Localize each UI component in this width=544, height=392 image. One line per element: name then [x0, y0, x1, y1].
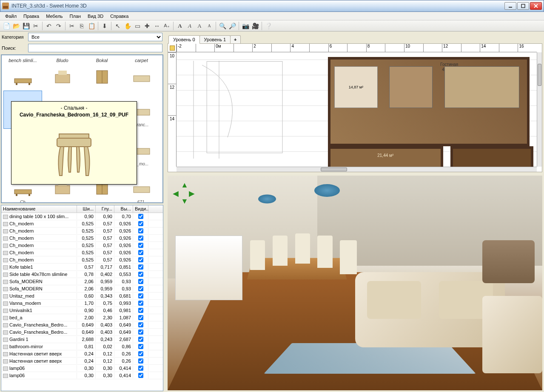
- table-row[interactable]: Ch_modern0,5250,570,926: [1, 220, 163, 227]
- help-icon[interactable]: ❔: [264, 21, 273, 31]
- pan-tool-icon[interactable]: ✋: [123, 21, 132, 31]
- italic-icon[interactable]: A: [185, 21, 194, 31]
- furniture-table-body[interactable]: dining table 100 x 100 slim...0,900,900,…: [1, 213, 163, 391]
- visible-checkbox[interactable]: [138, 315, 143, 320]
- category-dropdown[interactable]: Все: [28, 33, 162, 41]
- nav-down-icon[interactable]: ▼: [181, 197, 188, 205]
- new-file-icon[interactable]: 📄: [2, 21, 11, 31]
- plan-rug-1[interactable]: [389, 66, 433, 108]
- col-visible[interactable]: Види...: [133, 205, 148, 213]
- create-rooms-icon[interactable]: ✚: [142, 21, 152, 31]
- menu-edit[interactable]: Правка: [20, 13, 43, 20]
- tab-add-level[interactable]: +: [230, 35, 240, 43]
- select-tool-icon[interactable]: ↖: [113, 21, 122, 31]
- visible-checkbox[interactable]: [138, 330, 143, 335]
- table-row[interactable]: Kofe table10,570,7170,851: [1, 264, 163, 271]
- search-input[interactable]: [28, 44, 162, 52]
- nav-right-icon[interactable]: ▶: [189, 189, 197, 196]
- minimize-button[interactable]: [504, 2, 516, 10]
- visible-checkbox[interactable]: [138, 250, 143, 255]
- table-row[interactable]: Настенная светит вверх0,240,120,26: [1, 358, 163, 365]
- visible-checkbox[interactable]: [138, 279, 143, 284]
- text-plus-icon[interactable]: A₊: [162, 21, 171, 31]
- visible-checkbox[interactable]: [138, 228, 143, 233]
- visible-checkbox[interactable]: [138, 322, 143, 327]
- maximize-button[interactable]: [517, 2, 529, 10]
- tab-level-1[interactable]: Уровень 1: [199, 35, 231, 43]
- table-row[interactable]: Umivalnik10,900,460,981: [1, 307, 163, 314]
- furniture-table-header[interactable]: Наименование Ши... Глу... Вы... Види...: [1, 205, 163, 213]
- catalog-item[interactable]: bench slimli...: [3, 57, 42, 90]
- catalog-item[interactable]: Bludo: [43, 57, 82, 90]
- table-row[interactable]: Vanna_modern1,700,750,993: [1, 300, 163, 307]
- open-file-icon[interactable]: 📂: [11, 21, 21, 31]
- floorplan-canvas[interactable]: Гостиная 42,04 м² 14,87 м² 21,44 м² 8,57…: [177, 52, 537, 167]
- visible-checkbox[interactable]: [138, 214, 143, 219]
- copy-icon[interactable]: ⎘: [77, 21, 86, 31]
- undo-icon[interactable]: ↶: [44, 21, 54, 31]
- nav-up-icon[interactable]: ▲: [181, 181, 188, 188]
- table-row[interactable]: Side table 40x78cm slimline0,780,4020,55…: [1, 271, 163, 278]
- close-button[interactable]: [530, 2, 542, 10]
- dimension-icon[interactable]: ↔: [152, 21, 162, 31]
- visible-checkbox[interactable]: [138, 308, 143, 313]
- table-row[interactable]: Sofa_MODERN2,060,9590,93: [1, 285, 163, 293]
- table-row[interactable]: Настенная светит вверх0,240,120,26: [1, 350, 163, 358]
- visible-checkbox[interactable]: [138, 373, 143, 378]
- table-row[interactable]: Ch_modern0,5250,570,926: [1, 235, 163, 242]
- nav-left-icon[interactable]: ◀: [173, 189, 180, 196]
- table-row[interactable]: dining table 100 x 100 slim...0,900,900,…: [1, 213, 163, 220]
- cut-icon[interactable]: ✂: [67, 21, 77, 31]
- furniture-catalog[interactable]: bench slimli...BludoBokalcarpetCaFranc..…: [1, 54, 163, 203]
- visible-checkbox[interactable]: [138, 286, 143, 291]
- plan-scrollbar-v[interactable]: [537, 52, 542, 167]
- visible-checkbox[interactable]: [138, 358, 143, 364]
- menu-file[interactable]: Файл: [2, 13, 20, 20]
- video-icon[interactable]: 🎥: [251, 21, 260, 31]
- menu-furniture[interactable]: Мебель: [43, 13, 66, 20]
- increase-text-icon[interactable]: A: [195, 21, 204, 31]
- table-row[interactable]: lamp060,300,300,414: [1, 365, 163, 372]
- plan-sofa-area[interactable]: [444, 66, 519, 108]
- visible-checkbox[interactable]: [138, 243, 143, 248]
- visible-checkbox[interactable]: [138, 337, 143, 342]
- paste-icon[interactable]: 📋: [87, 21, 96, 31]
- col-width[interactable]: Ши...: [77, 205, 96, 213]
- table-row[interactable]: lamp060,300,300,414: [1, 372, 163, 379]
- zoom-in-icon[interactable]: 🔍: [218, 21, 227, 31]
- plan-dining-set[interactable]: 14,87 м²: [334, 66, 378, 108]
- menu-plan[interactable]: План: [66, 13, 85, 20]
- table-row[interactable]: Ch_modern0,5250,570,926: [1, 242, 163, 249]
- ruler-origin-icon[interactable]: [168, 44, 177, 52]
- table-row[interactable]: Gardini 12,6880,2432,687: [1, 336, 163, 343]
- table-row[interactable]: Sofa_MODERN2,060,9590,93: [1, 278, 163, 285]
- visible-checkbox[interactable]: [138, 257, 143, 262]
- menu-help[interactable]: Справка: [107, 13, 132, 20]
- catalog-item[interactable]: carpet: [122, 57, 161, 90]
- visible-checkbox[interactable]: [138, 221, 143, 226]
- visible-checkbox[interactable]: [138, 293, 143, 298]
- visible-checkbox[interactable]: [138, 366, 143, 371]
- table-row[interactable]: bed_a2,002,301,087: [1, 314, 163, 321]
- bold-icon[interactable]: A: [175, 21, 185, 31]
- save-file-icon[interactable]: 💾: [21, 21, 31, 31]
- col-height[interactable]: Вы...: [114, 205, 133, 213]
- col-depth[interactable]: Глу...: [96, 205, 114, 213]
- plan-view[interactable]: -20м246810121416 101214 Гостиная 42,04 м…: [168, 43, 542, 172]
- add-furniture-icon[interactable]: ⬇: [100, 21, 109, 31]
- visible-checkbox[interactable]: [138, 351, 143, 356]
- redo-icon[interactable]: ↷: [54, 21, 63, 31]
- table-row[interactable]: Ch_modern0,5250,570,926: [1, 249, 163, 256]
- visible-checkbox[interactable]: [138, 236, 143, 241]
- visible-checkbox[interactable]: [138, 301, 143, 306]
- view-3d[interactable]: ▲ ▼ ◀ ▶: [166, 174, 544, 392]
- decrease-text-icon[interactable]: A: [205, 21, 214, 31]
- visible-checkbox[interactable]: [138, 272, 143, 277]
- tab-level-0[interactable]: Уровень 0: [168, 35, 200, 44]
- table-row[interactable]: Ch_modern0,5250,570,926: [1, 227, 163, 235]
- plan-room-living[interactable]: Гостиная 42,04 м² 14,87 м²: [328, 57, 530, 146]
- table-row[interactable]: Cavio_Francheska_Bedro...0,6490,4030,649: [1, 329, 163, 336]
- visible-checkbox[interactable]: [138, 264, 143, 270]
- visible-checkbox[interactable]: [138, 344, 143, 349]
- photo-icon[interactable]: 📷: [241, 21, 250, 31]
